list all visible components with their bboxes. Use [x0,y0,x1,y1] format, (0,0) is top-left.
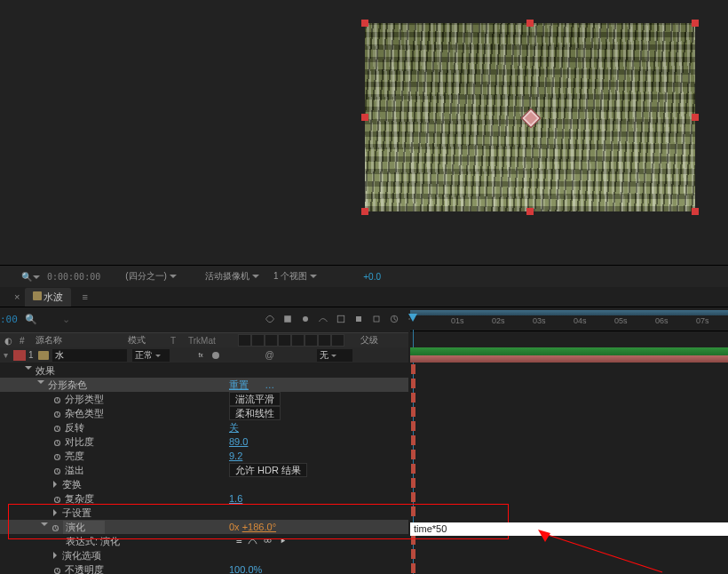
selected-layer-bounds[interactable] [365,23,695,211]
toggle-graph-icon[interactable] [316,312,330,326]
search-icon: 🔍 [25,314,37,325]
prop-brightness[interactable]: 亮度 9.2 [0,449,408,463]
keyframe-marker[interactable] [411,492,415,502]
tab-label: 水波 [44,291,63,302]
prop-invert[interactable]: 反转 关 [0,420,408,434]
expression-graph-icon[interactable] [248,536,257,547]
brightness-value[interactable]: 9.2 [229,450,242,461]
noise-type-dropdown[interactable]: 柔和线性 [229,406,281,420]
prop-contrast[interactable]: 对比度 89.0 [0,434,408,449]
keyframe-marker[interactable] [411,563,415,573]
current-timecode[interactable]: 0:00:00:00 [47,272,100,282]
expression-language-menu-icon[interactable] [278,536,288,547]
overflow-dropdown[interactable]: 允许 HDR 结果 [229,463,307,477]
keyframe-marker[interactable] [411,364,415,374]
toggle-motionblur-icon[interactable] [298,312,313,326]
fractal-type-dropdown[interactable]: 湍流平滑 [229,392,281,406]
toggle-more-1-icon[interactable] [352,312,366,326]
col-mode[interactable]: 模式 [124,334,167,347]
keyframe-marker[interactable] [411,435,415,445]
prop-evolution[interactable]: 演化 0x +186.0° [0,520,408,534]
timecode-short[interactable]: :00 [0,314,9,325]
time-ruler[interactable]: 01s 02s 03s 04s 05s 06s 07s [410,310,728,331]
exposure-value[interactable]: +0.0 [363,272,381,282]
keyframe-marker[interactable] [411,450,415,459]
tick-01s: 01s [451,316,464,325]
blend-mode-dropdown[interactable]: 正常 [132,349,170,362]
toggle-more-2-icon[interactable] [369,312,384,326]
panel-menu-icon[interactable]: ≡ [82,291,87,302]
camera-dropdown[interactable]: 活动摄像机 [202,270,263,283]
work-area-bar[interactable] [410,310,728,315]
keyframe-marker[interactable] [411,506,415,516]
keyframe-marker[interactable] [411,407,415,417]
property-tree: 效果 分形杂色 重置 … 分形类型 湍流平滑 杂色类型 柔和线性 反转 关 对比… [0,363,408,574]
layer-duration-bar-audio[interactable] [410,347,728,355]
resize-handle-tl[interactable] [361,20,368,27]
resize-handle-mb[interactable] [526,208,534,215]
effect-fractal-noise[interactable]: 分形杂色 重置 … [0,378,408,392]
toggle-frameblend-icon[interactable] [281,312,295,326]
col-trkmat-t: T [167,336,185,346]
invert-value[interactable]: 关 [229,421,239,434]
render-time-icon[interactable] [387,312,401,326]
col-parent[interactable]: 父级 [357,334,400,347]
prop-overflow[interactable]: 溢出 允许 HDR 结果 [0,463,408,477]
keyframe-marker[interactable] [411,549,415,559]
col-trkmat[interactable]: TrkMat [185,336,233,346]
layer-duration-bar[interactable] [410,355,728,363]
resize-handle-br[interactable] [692,208,699,215]
search-clear-icon[interactable]: ⌄ [62,314,70,325]
keyframe-marker[interactable] [411,421,415,431]
resize-handle-tr[interactable] [692,20,699,27]
resize-handle-bl[interactable] [361,208,368,215]
tab-close-icon[interactable]: × [14,291,20,302]
composition-viewport[interactable] [0,0,728,259]
prop-opacity[interactable]: 不透明度 100.0% [0,562,408,574]
layer-name[interactable]: 水 [52,349,127,362]
expression-text-field[interactable] [410,522,728,536]
resize-handle-mt[interactable] [526,20,534,27]
group-transform[interactable]: 变换 [0,477,408,491]
prop-noise-type[interactable]: 杂色类型 柔和线性 [0,406,408,420]
keyframe-marker[interactable] [411,393,415,403]
effect-reset-link[interactable]: 重置 [229,379,249,390]
motion-blur-switch[interactable] [212,352,219,359]
zoom-dropdown[interactable]: 🔍 [21,272,40,282]
evolution-value-revs[interactable]: 0x [229,522,240,532]
group-evolution-options[interactable]: 演化选项 [0,548,408,562]
evolution-value-deg[interactable]: +186.0° [242,522,276,532]
col-av-icon[interactable]: ◐ [0,336,16,346]
group-sub-settings[interactable]: 子设置 [0,506,408,520]
keyframe-marker[interactable] [411,464,415,474]
fx-badge-icon[interactable]: fx [196,349,209,362]
resize-handle-ml[interactable] [361,114,368,121]
prop-fractal-type[interactable]: 分形类型 湍流平滑 [0,392,408,406]
layer-color-label[interactable] [13,350,26,361]
contrast-value[interactable]: 89.0 [229,436,248,447]
expression-pickwhip-icon[interactable] [263,536,273,547]
opacity-value[interactable]: 100.0% [229,564,262,574]
keyframe-marker[interactable] [411,535,415,545]
layer-row[interactable]: ▾ 1 水 正常 fx @ 无 [0,347,408,363]
expression-input[interactable] [410,522,728,535]
keyframe-marker[interactable] [411,478,415,488]
toggle-shy-icon[interactable] [263,312,277,326]
group-effects[interactable]: 效果 [0,363,408,378]
playhead-icon[interactable] [408,314,417,328]
parent-pickwhip-icon[interactable]: @ [265,350,274,360]
views-dropdown[interactable]: 1 个视图 [270,270,320,283]
prop-complexity[interactable]: 复杂度 1.6 [0,491,408,506]
keyframe-marker[interactable] [411,379,415,388]
layer-twirl-icon[interactable]: ▾ [4,350,8,360]
parent-dropdown[interactable]: 无 [317,349,352,362]
search-input[interactable] [41,312,60,326]
resolution-dropdown[interactable]: (四分之一) [122,270,180,283]
toggle-draft3d-icon[interactable] [334,312,348,326]
tab-composition[interactable]: 水波 [25,288,71,307]
prop-evolution-expression[interactable]: 表达式: 演化 = [0,534,408,548]
resize-handle-mr[interactable] [692,114,699,121]
col-source-name[interactable]: 源名称 [32,334,124,347]
complexity-value[interactable]: 1.6 [229,493,242,504]
expression-enable-icon[interactable]: = [236,536,242,547]
